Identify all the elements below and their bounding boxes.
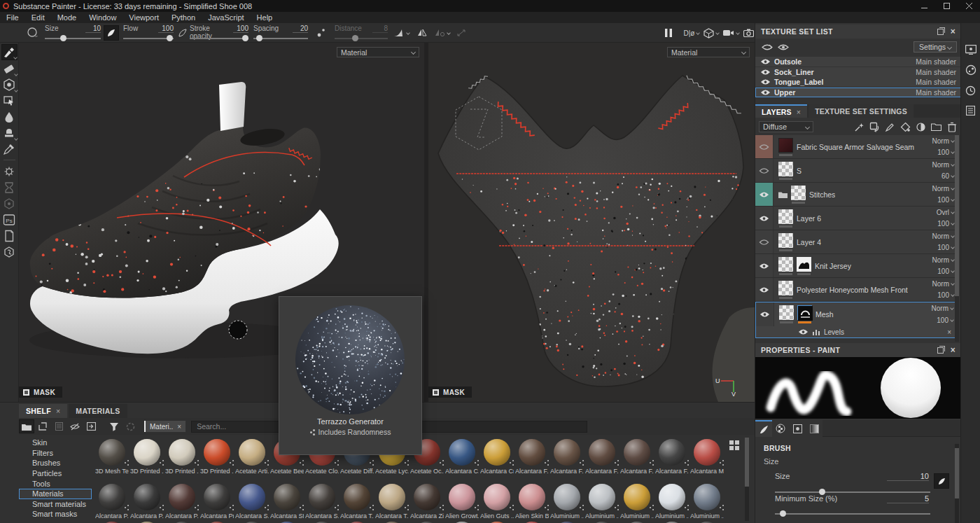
material-item[interactable]: Alcantara S... <box>304 484 340 519</box>
close-button[interactable] <box>958 0 980 12</box>
add-mask-icon[interactable] <box>915 121 927 133</box>
texture-set-row[interactable]: UpperMain shader <box>755 88 961 97</box>
layer-thumb-image[interactable] <box>779 305 794 320</box>
prop-falloff-button[interactable] <box>934 473 949 489</box>
photoshop-export-tool-icon[interactable]: Ps <box>1 211 18 228</box>
menu-viewport[interactable]: Viewport <box>122 13 165 22</box>
polygon-fill-tool-icon[interactable] <box>1 92 18 109</box>
layer-thumb-image[interactable] <box>791 186 806 200</box>
flow-value[interactable]: 100 <box>158 25 174 33</box>
material-item[interactable]: 3D Mesh Te... <box>94 439 130 475</box>
import-resources-icon[interactable] <box>83 419 99 433</box>
size-control[interactable]: Size10 <box>45 25 101 41</box>
tab-shelf[interactable]: SHELF× <box>19 404 67 418</box>
material-item[interactable]: Aluminium ... <box>654 484 690 519</box>
shelf-scrollbar[interactable] <box>745 438 749 521</box>
blend-mode-select[interactable]: Norm <box>932 185 954 193</box>
symmetry-icon[interactable] <box>414 25 430 41</box>
layer-content[interactable]: Knit Jersey <box>774 254 923 277</box>
minimize-button[interactable] <box>913 0 935 12</box>
menu-file[interactable]: File <box>0 13 25 22</box>
channel-filter-dropdown[interactable]: Diffuse <box>759 121 813 132</box>
tab-stencil-properties[interactable] <box>789 420 806 437</box>
close-panel-icon[interactable]: × <box>951 27 955 36</box>
falloff-curve-dropdown-icon[interactable] <box>392 25 410 41</box>
solo-visibility-icon[interactable] <box>776 40 791 54</box>
shelf-category-materials[interactable]: Materials <box>19 489 92 499</box>
spacing-slider[interactable] <box>253 38 308 39</box>
blend-mode-select[interactable]: Norm <box>932 305 953 312</box>
opacity-select[interactable]: 100 <box>937 220 954 228</box>
layer-visibility-toggle[interactable] <box>755 207 774 230</box>
add-smart-material-icon[interactable] <box>899 121 911 133</box>
viewport2d-material-dropdown[interactable]: Material <box>667 47 750 57</box>
maximize-button[interactable] <box>935 0 958 12</box>
stroke-opacity-value[interactable]: 100 <box>233 25 248 33</box>
float-panel-icon[interactable] <box>937 347 944 354</box>
menu-window[interactable]: Window <box>83 13 122 22</box>
material-item[interactable]: Alien Guts ... <box>479 484 514 519</box>
toggle-all-visibility-icon[interactable] <box>760 40 775 54</box>
material-item[interactable]: Alcantara F... <box>514 439 550 475</box>
menu-help[interactable]: Help <box>251 13 279 22</box>
opacity-select[interactable]: 100 <box>937 244 954 251</box>
shelf-category-tools[interactable]: Tools <box>19 478 92 489</box>
substance-tool-dim-icon[interactable] <box>1 195 18 211</box>
brush-falloff-button[interactable] <box>104 25 119 41</box>
layer-row[interactable]: MeshNorm100 <box>756 302 957 326</box>
viewport-mode-cube-button[interactable] <box>702 25 720 41</box>
material-item[interactable]: 3D Printed ... <box>164 439 200 475</box>
brush-preview-icon[interactable] <box>25 25 41 41</box>
stroke-opacity-control[interactable]: Stroke opacity100 <box>190 25 248 41</box>
filter-chip[interactable]: Materi..× <box>144 421 186 432</box>
effects-tool-icon[interactable] <box>1 163 18 179</box>
opacity-select[interactable]: 100 <box>937 267 954 275</box>
tab-texture-set-settings[interactable]: TEXTURE SET SETTINGS <box>808 104 913 118</box>
opacity-select[interactable]: 60 <box>941 172 954 180</box>
size-value[interactable]: 10 <box>85 25 101 33</box>
blend-mode-select[interactable]: Norm <box>932 280 954 288</box>
material-item[interactable]: Alcantara S... <box>234 484 270 519</box>
new-resource-icon[interactable] <box>35 419 50 433</box>
size-slider[interactable] <box>45 38 101 39</box>
layer-content[interactable]: S <box>774 159 923 182</box>
eraser-tool-icon[interactable] <box>1 60 18 76</box>
material-item[interactable]: Alcantara T... <box>340 484 374 519</box>
add-paint-layer-icon[interactable] <box>884 121 896 133</box>
stroke-opacity-slider[interactable] <box>190 38 248 39</box>
clone-stamp-tool-icon[interactable] <box>1 125 18 141</box>
hide-resources-icon[interactable] <box>67 419 83 433</box>
layer-mask-image[interactable] <box>797 305 812 320</box>
opacity-select[interactable]: 100 <box>937 148 954 156</box>
material-item[interactable]: Alcantara F... <box>584 439 620 475</box>
layer-thumb-image[interactable] <box>778 138 793 153</box>
layer-content[interactable]: Layer 4 <box>774 230 923 253</box>
layer-content[interactable]: Polyester Honeycomb Mesh Front <box>774 278 923 301</box>
stroke-opacity-slider-handle[interactable] <box>242 35 248 41</box>
layer-row[interactable]: Layer 6Ovrl100 <box>755 207 958 230</box>
shelf-category-filters[interactable]: Filters <box>19 448 92 459</box>
layer-content[interactable]: Mesh <box>774 302 922 326</box>
shelf-category-particles[interactable]: Particles <box>19 468 92 479</box>
viewport3d-mask-toggle[interactable]: MASK <box>19 386 62 398</box>
shelf-category-smart-masks[interactable]: Smart masks <box>19 509 92 519</box>
material-item[interactable]: Aluminium ... <box>584 484 620 519</box>
prop-size-value[interactable]: 10 <box>887 472 929 481</box>
filter-chip-remove-icon[interactable]: × <box>177 423 181 431</box>
tab-materials[interactable]: MATERIALS <box>69 404 127 418</box>
remove-effect-icon[interactable]: × <box>947 328 951 336</box>
material-item[interactable]: Alcantara C... <box>444 439 479 475</box>
spacing-control[interactable]: Spacing20 <box>253 25 308 41</box>
menu-python[interactable]: Python <box>165 13 202 22</box>
texture-set-settings-button[interactable]: Settings <box>913 41 957 53</box>
texture-set-row[interactable]: Tongue_LabelMain shader <box>755 77 961 87</box>
layer-row[interactable]: Knit JerseyNorm100 <box>755 254 958 278</box>
material-item[interactable]: Alcantara F... <box>654 439 690 475</box>
add-effect-icon[interactable] <box>853 121 865 133</box>
material-item[interactable]: Alcantara P... <box>164 484 200 519</box>
smudge-tool-icon[interactable] <box>1 109 18 125</box>
flow-slider[interactable] <box>123 38 174 39</box>
material-item[interactable]: Acetate Arti... <box>234 439 270 475</box>
layer-visibility-toggle[interactable] <box>755 278 774 301</box>
layer-row[interactable]: StitchesNorm100 <box>755 183 958 207</box>
